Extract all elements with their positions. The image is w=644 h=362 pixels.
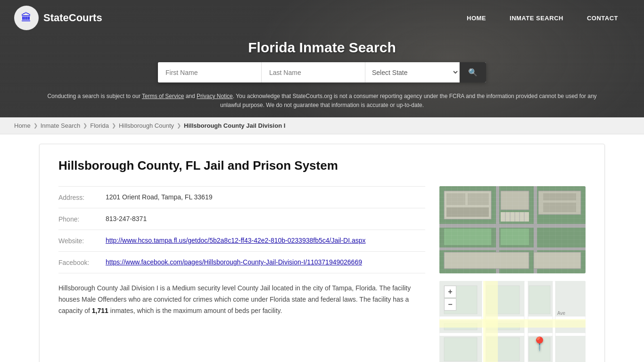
phone-value: 813-247-8371 <box>106 215 425 222</box>
breadcrumb-current: Hillsborough County Jail Division I <box>184 122 285 129</box>
svg-rect-14 <box>501 229 529 245</box>
map-svg: Ave <box>439 281 586 362</box>
svg-rect-0 <box>439 186 586 273</box>
svg-rect-30 <box>487 286 520 314</box>
address-value: 1201 Orient Road, Tampa, FL 33619 <box>106 193 425 201</box>
breadcrumb-sep-2: ❯ <box>83 123 87 129</box>
map-zoom-out[interactable]: − <box>444 298 456 311</box>
content-layout: Address: 1201 Orient Road, Tampa, FL 336… <box>58 186 586 362</box>
svg-rect-24 <box>439 316 586 321</box>
svg-rect-9 <box>501 191 529 210</box>
facility-image <box>439 186 586 273</box>
nav-home[interactable]: HOME <box>455 11 498 25</box>
privacy-link[interactable]: Privacy Notice <box>197 93 233 99</box>
header-title: Florida Inmate Search <box>0 40 644 56</box>
svg-rect-4 <box>534 186 537 273</box>
page-heading: Hillsborough County, FL Jail and Prison … <box>58 158 586 173</box>
search-button[interactable]: 🔍 <box>460 62 486 82</box>
logo-link[interactable]: 🏛 StateCourts <box>14 6 102 30</box>
content-left: Address: 1201 Orient Road, Tampa, FL 336… <box>58 186 425 362</box>
website-label: Website: <box>58 237 101 245</box>
address-label: Address: <box>58 193 101 201</box>
address-row: Address: 1201 Orient Road, Tampa, FL 336… <box>58 186 425 208</box>
facility-svg <box>439 186 586 273</box>
state-select[interactable]: Select State Alabama Alaska Arizona Flor… <box>365 62 460 82</box>
svg-rect-34 <box>444 337 477 361</box>
svg-rect-11 <box>543 193 576 200</box>
logo-text: StateCourts <box>43 12 102 24</box>
svg-rect-1 <box>439 224 586 228</box>
svg-rect-15 <box>444 252 529 269</box>
svg-rect-31 <box>529 286 550 314</box>
svg-rect-2 <box>439 247 586 250</box>
breadcrumb-sep-1: ❯ <box>33 123 38 129</box>
header-title-area: Florida Inmate Search <box>0 36 644 62</box>
svg-rect-13 <box>444 229 491 245</box>
phone-label: Phone: <box>58 215 101 223</box>
facebook-label: Facebook: <box>58 258 101 266</box>
site-header: 🏛 StateCourts HOME INMATE SEARCH CONTACT… <box>0 0 644 117</box>
breadcrumb-sep-3: ❯ <box>112 123 116 129</box>
svg-rect-5 <box>444 191 491 219</box>
facebook-link[interactable]: https://www.facebook.com/pages/Hillsboro… <box>106 258 362 266</box>
search-icon: 🔍 <box>468 68 478 76</box>
map-zoom-in[interactable]: + <box>444 286 456 298</box>
main-nav: HOME INMATE SEARCH CONTACT <box>455 11 630 25</box>
svg-text:Ave: Ave <box>557 311 565 316</box>
facility-image-inner <box>439 186 586 273</box>
svg-rect-3 <box>496 186 499 273</box>
svg-rect-32 <box>444 323 477 330</box>
svg-rect-28 <box>553 281 555 362</box>
map-container: Ave + − 📍 <box>439 281 586 362</box>
logo-icon: 🏛 <box>14 6 39 30</box>
nav-contact[interactable]: CONTACT <box>575 11 630 25</box>
svg-rect-35 <box>487 337 520 361</box>
svg-rect-12 <box>543 203 576 212</box>
website-row: Website: http://www.hcso.tampa.fl.us/get… <box>58 230 425 252</box>
svg-rect-26 <box>482 281 486 362</box>
svg-rect-7 <box>468 193 489 205</box>
nav-inmate-search[interactable]: INMATE SEARCH <box>498 11 575 25</box>
breadcrumb-hillsborough-county[interactable]: Hillsborough County <box>119 122 174 129</box>
svg-rect-8 <box>446 207 489 217</box>
header-notice: Conducting a search is subject to our Te… <box>0 89 644 117</box>
search-form: Select State Alabama Alaska Arizona Flor… <box>158 62 486 82</box>
search-bar-area: Select State Alabama Alaska Arizona Flor… <box>0 62 644 89</box>
facebook-row: Facebook: https://www.facebook.com/pages… <box>58 252 425 273</box>
info-table: Address: 1201 Orient Road, Tampa, FL 336… <box>58 186 425 273</box>
svg-rect-23 <box>439 281 586 362</box>
last-name-input[interactable] <box>262 62 365 82</box>
svg-rect-33 <box>487 323 520 330</box>
svg-rect-16 <box>534 252 581 269</box>
content-right: Ave + − 📍 <box>439 186 586 362</box>
header-top: 🏛 StateCourts HOME INMATE SEARCH CONTACT <box>0 0 644 36</box>
svg-rect-17 <box>501 212 529 222</box>
first-name-input[interactable] <box>158 62 262 82</box>
breadcrumb: Home ❯ Inmate Search ❯ Florida ❯ Hillsbo… <box>0 117 644 134</box>
map-controls: + − <box>444 286 456 311</box>
svg-rect-10 <box>538 191 581 214</box>
map-pin: 📍 <box>531 336 548 352</box>
breadcrumb-inmate-search[interactable]: Inmate Search <box>41 122 81 129</box>
svg-rect-6 <box>446 193 465 205</box>
capacity-value: 1,711 <box>92 307 108 314</box>
main-content: Hillsborough County, FL Jail and Prison … <box>25 134 619 362</box>
description-text: Hillsborough County Jail Division I is a… <box>58 283 425 316</box>
svg-rect-25 <box>439 333 586 336</box>
svg-rect-27 <box>524 281 528 362</box>
map-background: Ave <box>439 281 586 362</box>
breadcrumb-florida[interactable]: Florida <box>90 122 109 129</box>
breadcrumb-home[interactable]: Home <box>14 122 31 129</box>
content-card: Hillsborough County, FL Jail and Prison … <box>39 144 605 362</box>
phone-row: Phone: 813-247-8371 <box>58 208 425 230</box>
terms-link[interactable]: Terms of Service <box>142 93 184 99</box>
description-end: inmates, which is the maximum amount of … <box>108 307 282 314</box>
website-link[interactable]: http://www.hcso.tampa.fl.us/getdoc/5b2a8… <box>106 237 366 244</box>
breadcrumb-sep-4: ❯ <box>177 123 181 129</box>
